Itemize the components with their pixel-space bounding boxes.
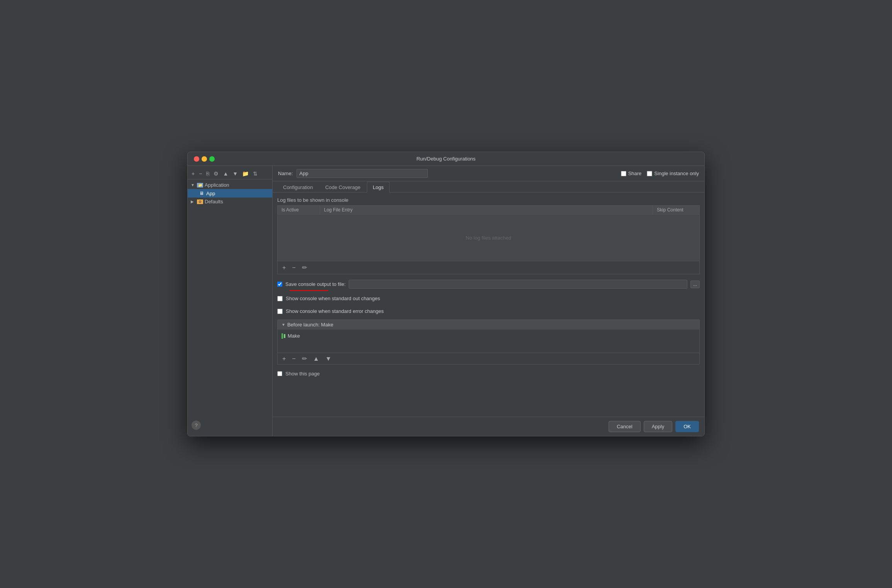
footer-bar: Cancel Apply OK	[273, 417, 704, 436]
make-label: Make	[288, 333, 300, 339]
folder-icon-application: 📁	[197, 183, 203, 188]
cancel-button[interactable]: Cancel	[609, 421, 640, 432]
sidebar-toolbar: + − ⎘ ⚙ ▲ ▼ 📁 ⇅	[188, 168, 272, 179]
single-instance-checkbox[interactable]	[647, 171, 652, 176]
tab-logs[interactable]: Logs	[367, 182, 389, 193]
log-toolbar: + − ✏	[277, 261, 700, 274]
col-log-file-entry: Log File Entry	[320, 206, 653, 214]
add-log-button[interactable]: +	[281, 264, 287, 272]
sort-button[interactable]: ⇅	[251, 170, 259, 177]
save-console-row: Save console output to file: ...	[277, 278, 700, 290]
share-label: Share	[628, 171, 642, 176]
show-stderr-row: Show console when standard error changes	[277, 307, 700, 316]
maximize-button[interactable]	[209, 156, 215, 162]
log-files-section: Log files to be shown in console Is Acti…	[277, 197, 700, 274]
col-skip-content: Skip Content	[653, 206, 699, 214]
settings-button[interactable]: ⚙	[212, 170, 220, 177]
before-launch-title: Before launch: Make	[287, 322, 333, 328]
main-content: + − ⎘ ⚙ ▲ ▼ 📁 ⇅ ▼ 📁 Application 🖥 App ▶	[188, 166, 704, 436]
edit-log-button[interactable]: ✏	[300, 264, 309, 272]
remove-config-button[interactable]: −	[197, 170, 203, 177]
tree-item-app[interactable]: 🖥 App	[188, 189, 272, 198]
make-icon	[282, 333, 285, 339]
panel-body: Log files to be shown in console Is Acti…	[273, 193, 704, 417]
tabs-bar: Configuration Code Coverage Logs	[273, 181, 704, 193]
show-stderr-label: Show console when standard error changes	[286, 308, 384, 314]
app-icon: 🖥	[198, 190, 205, 196]
make-icon-bar2	[284, 334, 285, 338]
sidebar-help: ?	[188, 417, 272, 434]
before-launch-content: Make	[278, 329, 699, 353]
before-launch-header[interactable]: ▼ Before launch: Make	[278, 320, 699, 329]
edit-launch-button[interactable]: ✏	[300, 355, 309, 363]
close-button[interactable]	[194, 156, 199, 162]
remove-launch-button[interactable]: −	[290, 355, 297, 363]
window-controls	[194, 156, 215, 162]
tab-code-coverage[interactable]: Code Coverage	[319, 182, 366, 193]
tree-label-application: Application	[205, 182, 229, 188]
before-launch-section: ▼ Before launch: Make Make +	[277, 319, 700, 365]
show-stderr-checkbox[interactable]	[277, 309, 283, 314]
expand-arrow-application: ▼	[191, 183, 195, 187]
show-stdout-checkbox[interactable]	[277, 296, 283, 301]
tree-item-defaults[interactable]: ▶ ⚙ Defaults	[188, 198, 272, 206]
header-bar: Name: Share Single instance only	[273, 166, 704, 181]
save-console-input[interactable]	[349, 280, 687, 289]
share-option[interactable]: Share	[621, 171, 642, 176]
move-down-button[interactable]: ▼	[231, 170, 239, 177]
folder-icon-defaults: ⚙	[197, 199, 203, 204]
add-config-button[interactable]: +	[190, 170, 196, 177]
tree-label-app: App	[206, 191, 215, 196]
ok-button[interactable]: OK	[675, 421, 699, 432]
move-up-button[interactable]: ▲	[221, 170, 230, 177]
show-stdout-label: Show console when standard out changes	[286, 296, 380, 301]
titlebar: Run/Debug Configurations	[188, 152, 704, 166]
tree-label-defaults: Defaults	[205, 199, 223, 204]
before-launch-arrow: ▼	[282, 323, 285, 327]
col-is-active: Is Active	[278, 206, 320, 214]
add-launch-button[interactable]: +	[281, 355, 287, 363]
header-options: Share Single instance only	[621, 171, 699, 176]
name-label: Name:	[278, 171, 293, 176]
show-page-label: Show this page	[285, 371, 320, 377]
minimize-button[interactable]	[202, 156, 207, 162]
move-launch-down-button[interactable]: ▼	[324, 355, 333, 363]
red-underline-indicator	[290, 290, 328, 291]
make-item: Make	[282, 332, 695, 340]
single-instance-label: Single instance only	[654, 171, 699, 176]
run-debug-window: Run/Debug Configurations + − ⎘ ⚙ ▲ ▼ 📁 ⇅…	[187, 152, 705, 436]
name-input[interactable]	[297, 169, 428, 178]
expand-arrow-defaults: ▶	[191, 199, 195, 204]
log-empty-message: No log files attached	[278, 215, 699, 261]
show-page-row: Show this page	[277, 368, 700, 379]
make-toolbar: + − ✏ ▲ ▼	[278, 353, 699, 364]
show-page-checkbox[interactable]	[277, 371, 282, 376]
remove-log-button[interactable]: −	[290, 264, 297, 272]
show-stdout-row: Show console when standard out changes	[277, 294, 700, 303]
make-icon-bar1	[282, 333, 283, 339]
save-console-checkbox[interactable]	[277, 282, 282, 287]
copy-config-button[interactable]: ⎘	[205, 170, 211, 177]
sidebar: + − ⎘ ⚙ ▲ ▼ 📁 ⇅ ▼ 📁 Application 🖥 App ▶	[188, 166, 273, 436]
save-console-label: Save console output to file:	[285, 281, 346, 287]
folder-button[interactable]: 📁	[241, 170, 250, 177]
move-launch-up-button[interactable]: ▲	[312, 355, 321, 363]
browse-console-output-button[interactable]: ...	[690, 280, 700, 288]
single-instance-option[interactable]: Single instance only	[647, 171, 699, 176]
tree-item-application[interactable]: ▼ 📁 Application	[188, 181, 272, 189]
help-button[interactable]: ?	[192, 421, 201, 430]
apply-button[interactable]: Apply	[644, 421, 673, 432]
log-table-header: Is Active Log File Entry Skip Content	[278, 206, 699, 215]
tab-configuration[interactable]: Configuration	[277, 182, 319, 193]
main-panel: Name: Share Single instance only Confi	[273, 166, 704, 436]
log-table: Is Active Log File Entry Skip Content No…	[277, 205, 700, 261]
window-title: Run/Debug Configurations	[416, 156, 475, 162]
share-checkbox[interactable]	[621, 171, 626, 176]
log-section-title: Log files to be shown in console	[277, 197, 700, 203]
